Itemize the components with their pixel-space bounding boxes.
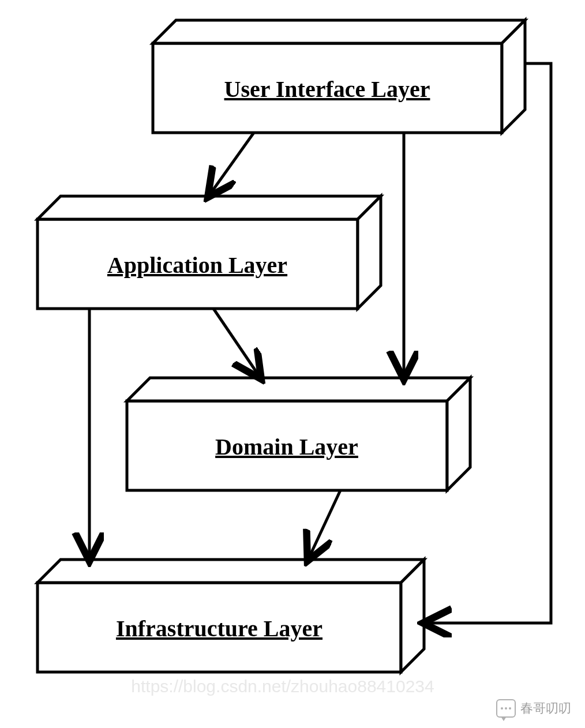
box-infrastructure-layer: Infrastructure Layer <box>38 560 424 672</box>
svg-marker-10 <box>38 560 424 583</box>
label-infrastructure-layer: Infrastructure Layer <box>116 616 322 641</box>
signature-text: 春哥叨叨 <box>520 700 571 717</box>
arrow-app-to-domain <box>213 309 260 377</box>
arrow-ui-to-app <box>209 133 254 195</box>
arrow-ui-to-infra <box>426 63 551 623</box>
label-application-layer: Application Layer <box>107 252 287 278</box>
box-application-layer: Application Layer <box>38 196 381 309</box>
svg-marker-7 <box>127 378 470 401</box>
label-domain-layer: Domain Layer <box>215 434 358 460</box>
watermark-text: https://blog.csdn.net/zhouhao88410234 <box>131 677 434 696</box>
arrow-domain-to-infra <box>309 490 340 558</box>
svg-marker-4 <box>38 196 381 219</box>
chat-bubble-icon <box>496 699 516 718</box>
signature: 春哥叨叨 <box>496 699 571 718</box>
svg-marker-1 <box>153 20 525 43</box>
box-user-interface-layer: User Interface Layer <box>153 20 525 133</box>
box-domain-layer: Domain Layer <box>127 378 470 490</box>
architecture-diagram: User Interface Layer Application Layer D… <box>0 0 585 728</box>
label-user-interface-layer: User Interface Layer <box>224 76 430 102</box>
